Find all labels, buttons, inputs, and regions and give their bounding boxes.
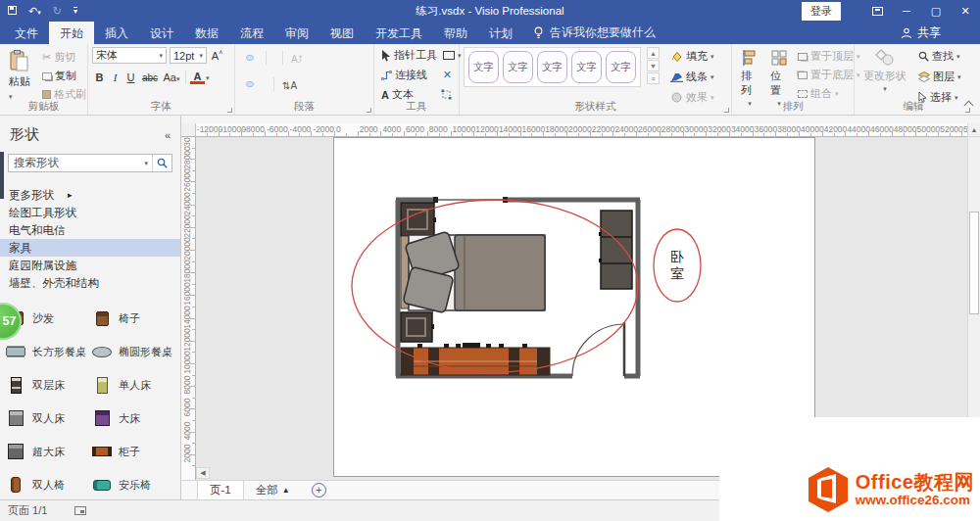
gallery-up-button[interactable]: ▲ [647,47,660,59]
save-button[interactable] [8,6,17,17]
door-shape[interactable] [572,322,624,376]
bold-button[interactable]: B [92,71,107,83]
shape-style-swatch-1[interactable]: 文字 [468,51,499,83]
font-color-caret[interactable]: ▾ [206,74,210,81]
stencil-item[interactable]: 长方形餐桌 [4,335,90,368]
tab-3[interactable]: 设计 [139,22,184,44]
layers-button[interactable]: 图层▾ [915,69,964,85]
connector-tool-button[interactable]: 连接线 [378,67,430,83]
search-button[interactable] [152,155,172,171]
stencil-item[interactable]: 大床 [90,402,176,435]
hscroll-left-arrow[interactable]: ◀ [196,467,210,479]
tab-10[interactable]: 计划 [478,22,523,44]
gallery-down-button[interactable]: ▼ [647,60,660,71]
fill-button[interactable]: 填充▾ [667,48,717,65]
find-button[interactable]: 查找▾ [915,48,964,65]
pointer-tool-button[interactable]: 指针工具 [378,47,440,64]
search-dropdown-caret[interactable]: ▾ [144,160,148,166]
all-pages-tab[interactable]: 全部▲ [244,483,302,497]
undo-button[interactable]: ↶▾ [28,6,41,17]
change-shape-button[interactable]: 更改形状▾ [858,47,911,94]
vertical-scroll-thumb[interactable] [969,212,979,314]
stencil-item[interactable]: 双层床 [4,368,90,402]
stencil-category-3[interactable]: 家具 [0,239,180,257]
stencil-item[interactable]: 椅子 [90,302,176,335]
page-tab-1[interactable]: 页-1 [197,481,244,499]
align-center-button[interactable] [247,82,253,86]
justify-button[interactable] [263,82,269,86]
stencil-item[interactable]: 安乐椅 [90,468,176,501]
align-middle-button[interactable] [247,56,253,60]
close-button[interactable]: ✕ [951,0,980,22]
strikethrough-button[interactable]: abc [139,72,161,83]
collapse-panel-icon[interactable]: « [165,129,171,141]
vertical-text-button[interactable]: ⇅A [279,73,300,95]
bullets-button[interactable] [271,56,277,60]
sign-in-button[interactable]: 登录 [802,2,841,21]
align-top-button[interactable] [239,56,245,60]
maximize-button[interactable]: ▢ [921,0,951,22]
font-color-button[interactable]: A [190,71,205,84]
connection-point-tool-button[interactable]: ✕ [440,68,455,82]
macro-icon[interactable] [74,506,86,515]
underline-button[interactable]: U [123,71,138,83]
decrease-indent-button[interactable] [302,82,308,86]
tab-1[interactable]: 开始 [49,22,94,44]
bring-to-front-button[interactable]: 置于顶层▾ [795,48,863,65]
shape-style-swatch-5[interactable]: 文字 [606,51,636,83]
tab-4[interactable]: 数据 [184,22,229,44]
stencil-item[interactable]: 双人椅 [4,468,90,501]
stencil-item[interactable]: 超大床 [4,435,90,468]
shape-style-swatch-2[interactable]: 文字 [503,51,533,83]
wardrobe-shape[interactable] [599,211,632,289]
grow-font-button[interactable]: A˄ [210,49,224,62]
nightstand-bottom-shape[interactable] [401,312,434,342]
bed-shape[interactable] [401,231,545,313]
tell-me-box[interactable]: 告诉我你想要做什么 [523,22,665,44]
stencil-item[interactable]: 椭圆形餐桌 [90,335,176,368]
ribbon-display-options-button[interactable] [862,0,892,22]
share-button[interactable]: 共享 [891,22,980,44]
stencil-category-2[interactable]: 电气和电信 [0,221,180,239]
tab-9[interactable]: 帮助 [433,22,478,44]
nightstand-top-shape[interactable] [401,203,436,236]
tab-7[interactable]: 视图 [319,22,365,44]
stencil-category-5[interactable]: 墙壁、外壳和结构 [0,274,180,292]
stencil-item[interactable]: 柜子 [90,435,176,468]
copy-button[interactable]: 复制 [39,68,89,84]
align-left-button[interactable] [239,82,245,86]
text-rotate-button[interactable]: A⤴ [288,47,306,69]
redo-button[interactable]: ↻ [53,6,62,17]
stencil-item[interactable]: 单人床 [90,368,176,402]
tab-file[interactable]: 文件 [4,22,49,44]
page-indicator[interactable]: 页面 1/1 [8,503,47,518]
send-to-back-button[interactable]: 置于底层▾ [795,67,863,83]
scroll-up-button[interactable]: ▲ [968,123,980,137]
tab-5[interactable]: 流程 [229,22,274,44]
stencil-category-4[interactable]: 庭园附属设施 [0,257,180,274]
line-button[interactable]: 线条▾ [667,69,717,85]
stencil-category-1[interactable]: 绘图工具形状 [0,204,180,221]
stencil-item[interactable]: 双人床 [4,402,90,435]
add-page-button[interactable]: + [312,483,326,497]
align-right-button[interactable] [255,82,261,86]
minimize-button[interactable]: ─ [892,0,921,22]
shape-style-swatch-3[interactable]: 文字 [537,51,567,83]
font-name-combo[interactable]: 宋体▾ [92,47,167,64]
shape-style-swatch-4[interactable]: 文字 [571,51,602,83]
tab-2[interactable]: 插入 [94,22,139,44]
annotation-room-label[interactable]: 卧 室 [654,229,701,302]
font-size-combo[interactable]: 12pt▾ [170,47,207,64]
gallery-more-button[interactable]: ≡ [647,72,660,84]
paste-button[interactable]: 粘贴 ▾ [4,47,35,103]
shape-search-input[interactable]: 搜索形状 [14,156,144,170]
stencil-category-0[interactable]: 更多形状▸ [0,186,180,204]
tab-6[interactable]: 审阅 [274,22,319,44]
change-case-button[interactable]: Aa▾ [162,71,181,83]
tab-8[interactable]: 开发工具 [365,22,433,44]
italic-button[interactable]: I [108,71,122,83]
increase-indent-button[interactable] [310,82,316,86]
cut-button[interactable]: ✂剪切 [39,49,89,66]
align-bottom-button[interactable] [255,56,261,60]
qat-customize-button[interactable]: ▾ [74,7,77,16]
